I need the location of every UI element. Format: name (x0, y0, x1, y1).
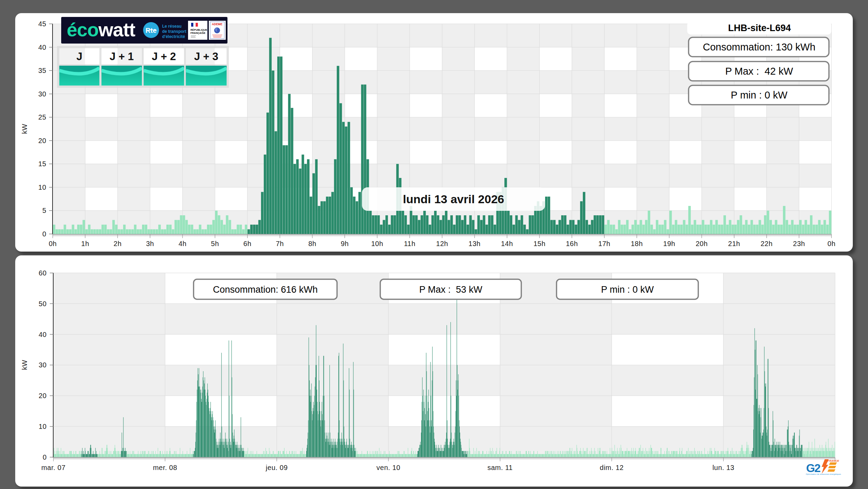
svg-text:21h: 21h (728, 240, 740, 247)
svg-text:mer. 08: mer. 08 (153, 464, 177, 471)
svg-text:11h: 11h (404, 240, 415, 247)
svg-text:1h: 1h (81, 240, 89, 247)
svg-text:Consommation: 130 kWh: Consommation: 130 kWh (703, 41, 815, 53)
svg-text:23h: 23h (793, 240, 805, 247)
svg-text:0: 0 (42, 230, 46, 238)
svg-text:14h: 14h (501, 240, 513, 247)
svg-text:écowatt: écowatt (67, 19, 135, 40)
svg-text:d'électricité: d'électricité (162, 34, 185, 39)
svg-text:J + 1: J + 1 (110, 50, 134, 63)
svg-text:jeu. 09: jeu. 09 (265, 464, 288, 471)
svg-text:J + 3: J + 3 (194, 50, 218, 63)
svg-text:5: 5 (42, 207, 46, 214)
svg-text:Consommation: 616 kWh: Consommation: 616 kWh (213, 284, 318, 295)
svg-text:15h: 15h (533, 240, 545, 247)
svg-text:4h: 4h (178, 240, 186, 247)
svg-text:P Max : 53 kW: P Max : 53 kW (419, 284, 483, 295)
svg-text:35: 35 (38, 67, 46, 74)
svg-text:50: 50 (39, 300, 47, 308)
svg-text:6h: 6h (243, 240, 251, 247)
svg-text:LHB-site-L694: LHB-site-L694 (728, 23, 791, 33)
svg-text:8h: 8h (308, 240, 316, 247)
svg-text:FRANÇAISE: FRANÇAISE (190, 31, 205, 35)
svg-text:13h: 13h (468, 240, 480, 247)
svg-text:mar. 07: mar. 07 (41, 464, 65, 471)
svg-text:3h: 3h (146, 240, 154, 247)
svg-text:dim. 12: dim. 12 (600, 464, 624, 471)
svg-text:P Max : 42 kW: P Max : 42 kW (725, 66, 793, 77)
svg-text:22h: 22h (760, 240, 773, 247)
svg-text:30: 30 (39, 361, 47, 369)
svg-text:kW: kW (21, 124, 28, 134)
svg-text:ven. 10: ven. 10 (376, 464, 400, 471)
svg-text:20h: 20h (696, 240, 708, 247)
svg-text:ADEME: ADEME (212, 22, 223, 26)
svg-text:kW: kW (21, 360, 28, 370)
svg-text:lun. 13: lun. 13 (712, 464, 735, 471)
svg-text:Rte: Rte (146, 27, 157, 34)
svg-text:25: 25 (38, 113, 46, 121)
svg-text:17h: 17h (598, 240, 610, 247)
svg-text:40: 40 (38, 44, 46, 51)
svg-text:30: 30 (38, 90, 46, 98)
svg-text:J + 2: J + 2 (152, 50, 176, 63)
svg-text:5h: 5h (211, 240, 219, 247)
svg-text:Le réseau: Le réseau (162, 24, 181, 29)
svg-text:10h: 10h (371, 240, 383, 247)
svg-text:18h: 18h (631, 240, 643, 247)
svg-text:20: 20 (39, 392, 47, 399)
svg-text:lundi 13 avril 2026: lundi 13 avril 2026 (403, 192, 504, 206)
svg-text:2h: 2h (114, 240, 122, 247)
svg-text:sam. 11: sam. 11 (487, 464, 513, 471)
svg-text:15: 15 (38, 160, 46, 168)
svg-text:16h: 16h (566, 240, 578, 247)
svg-text:0h: 0h (828, 240, 836, 247)
svg-text:10: 10 (38, 184, 46, 191)
svg-text:P min : 0 kW: P min : 0 kW (731, 90, 787, 101)
svg-text:G2: G2 (806, 462, 821, 474)
svg-text:20: 20 (38, 137, 46, 144)
svg-text:de transport: de transport (162, 29, 186, 34)
svg-text:FRANCE: FRANCE (828, 459, 839, 462)
svg-text:19h: 19h (663, 240, 675, 247)
svg-text:0: 0 (43, 453, 47, 461)
svg-text:10: 10 (39, 423, 47, 430)
svg-text:Optimisation de ressources éne: Optimisation de ressources énergétiques (806, 473, 841, 475)
svg-text:RÉPUBLIQUE: RÉPUBLIQUE (190, 28, 207, 31)
svg-text:12h: 12h (436, 240, 448, 247)
svg-text:60: 60 (39, 269, 47, 277)
svg-text:J: J (76, 50, 82, 63)
svg-text:9h: 9h (341, 240, 349, 247)
svg-text:P min : 0 kW: P min : 0 kW (601, 284, 654, 295)
svg-text:7h: 7h (276, 240, 284, 247)
svg-text:40: 40 (39, 331, 47, 338)
svg-text:0h: 0h (49, 240, 57, 247)
svg-text:45: 45 (38, 20, 46, 28)
